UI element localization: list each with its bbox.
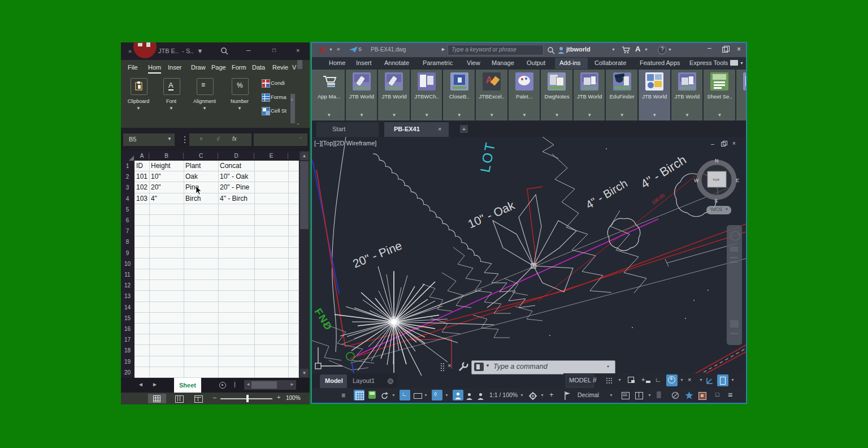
svg-text:100.00: 100.00 <box>650 192 666 206</box>
svg-text:LOT: LOT <box>477 140 498 174</box>
svg-text:FND: FND <box>313 307 335 333</box>
svg-text:4" - Birch: 4" - Birch <box>638 152 688 191</box>
svg-text:4" - Birch: 4" - Birch <box>584 177 630 212</box>
svg-text:N: N <box>715 158 719 163</box>
svg-text:E: E <box>736 178 739 183</box>
svg-text:20" - Pine: 20" - Pine <box>351 239 403 270</box>
svg-text:TOP: TOP <box>713 178 719 182</box>
svg-text:W: W <box>694 178 699 183</box>
svg-text:10" - Oak: 10" - Oak <box>466 199 517 231</box>
svg-text:S: S <box>714 198 718 204</box>
